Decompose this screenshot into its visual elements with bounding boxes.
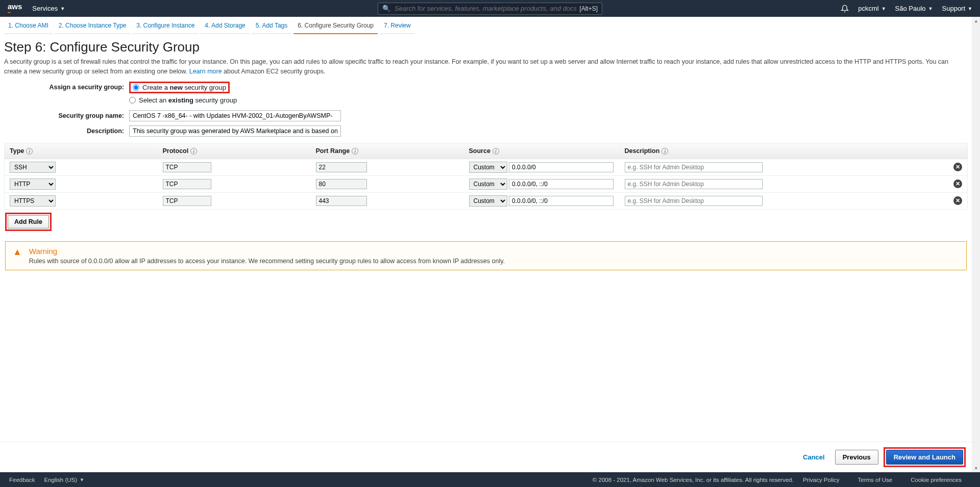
info-icon[interactable]: i (662, 148, 668, 155)
remove-rule-button[interactable]: ✕ (953, 196, 962, 205)
warning-title: Warning (29, 247, 505, 255)
info-icon[interactable]: i (26, 148, 33, 155)
step-review[interactable]: 7. Review (380, 17, 415, 34)
vertical-scrollbar[interactable]: ▴ ▾ (972, 17, 980, 275)
rule-description-input[interactable] (625, 162, 763, 172)
rule-protocol (163, 162, 211, 172)
add-rule-highlight: Add Rule (5, 213, 52, 231)
security-group-name-input[interactable] (129, 110, 341, 121)
rule-source-input[interactable] (509, 162, 614, 172)
wizard-steps: 1. Choose AMI 2. Choose Instance Type 3.… (0, 17, 972, 34)
search-input[interactable] (395, 5, 579, 12)
rule-port (316, 179, 367, 189)
info-icon[interactable]: i (352, 148, 358, 155)
col-source: Sourcei (464, 143, 620, 159)
col-description: Descriptioni (620, 143, 949, 159)
add-rule-button[interactable]: Add Rule (8, 215, 49, 228)
rule-type-select[interactable]: HTTP (10, 178, 56, 190)
global-search[interactable]: 🔍 [Alt+S] (378, 3, 602, 15)
rule-protocol (163, 179, 211, 189)
select-existing-radio[interactable] (129, 97, 136, 104)
info-icon[interactable]: i (493, 148, 499, 155)
scroll-up-icon[interactable]: ▴ (972, 17, 980, 25)
create-new-label: Create a new security group (142, 84, 226, 91)
assign-security-group-label: Assign a security group: (4, 84, 129, 91)
search-icon: 🔍 (382, 5, 390, 12)
rule-source-type-select[interactable]: Custom (469, 178, 507, 190)
chevron-down-icon: ▼ (928, 6, 933, 11)
warning-body: Rules with source of 0.0.0.0/0 allow all… (29, 258, 505, 265)
rule-type-select[interactable]: SSH (10, 162, 56, 173)
security-group-name-label: Security group name: (4, 112, 129, 119)
security-group-description-label: Description: (4, 127, 129, 135)
page-description: A security group is a set of firewall ru… (4, 57, 968, 76)
page-title: Step 6: Configure Security Group (4, 39, 968, 55)
rule-port (316, 162, 367, 172)
account-menu[interactable]: pckcml▼ (858, 5, 886, 12)
rule-source-input[interactable] (509, 196, 614, 206)
info-icon[interactable]: i (190, 148, 197, 155)
rule-source-type-select[interactable]: Custom (469, 162, 507, 173)
step-choose-instance-type[interactable]: 2. Choose Instance Type (55, 17, 131, 34)
learn-more-link[interactable]: Learn more (189, 68, 222, 75)
step-configure-instance[interactable]: 3. Configure Instance (132, 17, 199, 34)
col-port-range: Port Rangei (311, 143, 464, 159)
step-choose-ami[interactable]: 1. Choose AMI (4, 17, 53, 34)
chevron-down-icon: ▼ (968, 6, 972, 11)
rule-description-input[interactable] (625, 196, 763, 206)
aws-logo[interactable]: aws ⌣ (8, 2, 22, 15)
search-shortcut: [Alt+S] (579, 5, 598, 12)
table-row: SSHCustom ✕ (5, 159, 968, 175)
col-type: Typei (5, 143, 158, 159)
step-add-storage[interactable]: 4. Add Storage (201, 17, 249, 34)
rule-description-input[interactable] (625, 179, 763, 189)
chevron-down-icon: ▼ (881, 6, 886, 11)
step-add-tags[interactable]: 5. Add Tags (252, 17, 292, 34)
chevron-down-icon: ▼ (60, 6, 65, 11)
region-menu[interactable]: São Paulo▼ (895, 5, 933, 12)
create-new-option-highlight: Create a new security group (129, 82, 230, 93)
col-protocol: Protocoli (158, 143, 311, 159)
table-row: HTTPCustom ✕ (5, 175, 968, 192)
rule-source-type-select[interactable]: Custom (469, 195, 507, 207)
rules-table: Typei Protocoli Port Rangei Sourcei Desc… (4, 143, 968, 210)
remove-rule-button[interactable]: ✕ (953, 180, 962, 188)
remove-rule-button[interactable]: ✕ (953, 163, 962, 171)
rule-type-select[interactable]: HTTPS (10, 195, 56, 207)
security-group-description-input[interactable] (129, 125, 341, 137)
table-row: HTTPSCustom ✕ (5, 192, 968, 209)
rule-source-input[interactable] (509, 179, 614, 189)
top-nav: aws ⌣ Services▼ 🔍 [Alt+S] pckcml▼ São Pa… (0, 0, 980, 17)
select-existing-label: Select an existing security group (139, 96, 237, 104)
rule-port (316, 196, 367, 206)
rule-protocol (163, 196, 211, 206)
services-menu[interactable]: Services▼ (32, 5, 65, 12)
notifications-icon[interactable] (841, 5, 849, 13)
warning-icon: ▲ (13, 247, 22, 265)
support-menu[interactable]: Support▼ (942, 5, 972, 12)
warning-alert: ▲ Warning Rules with source of 0.0.0.0/0… (5, 241, 967, 270)
step-configure-security-group[interactable]: 6. Configure Security Group (293, 17, 378, 34)
create-new-radio[interactable] (133, 84, 139, 91)
